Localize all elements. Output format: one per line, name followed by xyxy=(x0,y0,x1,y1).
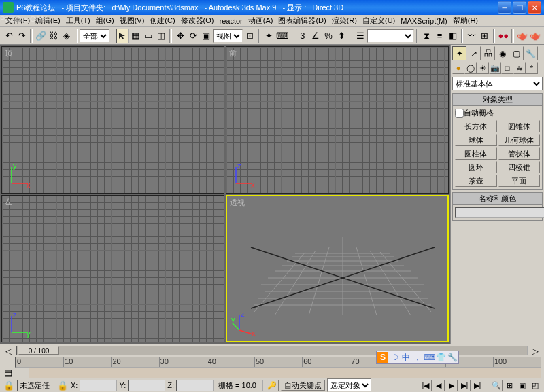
move-button[interactable]: ✥ xyxy=(174,29,186,43)
menu-help[interactable]: 帮助(H) xyxy=(450,16,481,26)
prev-frame-button[interactable]: ◀ xyxy=(432,380,445,391)
select-name-button[interactable]: ▦ xyxy=(129,29,141,43)
pivot-button[interactable]: ⊡ xyxy=(243,29,256,43)
subtab-lights[interactable]: ☀ xyxy=(477,62,489,74)
link-button[interactable]: 🔗 xyxy=(35,29,47,43)
zoom-extents-button[interactable]: ▣ xyxy=(516,380,528,391)
subtab-cameras[interactable]: 📷 xyxy=(489,62,501,74)
tab-display[interactable]: ▢ xyxy=(509,46,524,60)
window-crossing-button[interactable]: ◫ xyxy=(155,29,167,43)
menu-view[interactable]: 视图(V) xyxy=(117,16,148,26)
menu-tools[interactable]: 工具(T) xyxy=(63,16,93,26)
bind-button[interactable]: ◈ xyxy=(61,29,73,43)
manipulate-button[interactable]: ✦ xyxy=(262,29,275,43)
zoom-button[interactable]: 🔍 xyxy=(490,380,503,391)
maximize-button[interactable]: ❐ xyxy=(513,1,526,14)
ime-s-icon[interactable]: S xyxy=(377,352,388,363)
prim-torus[interactable]: 圆环 xyxy=(455,161,497,173)
play-button[interactable]: ▶ xyxy=(445,380,458,391)
x-input[interactable] xyxy=(80,380,117,391)
viewport-perspective[interactable]: 透视 zxy xyxy=(226,195,449,342)
named-sets-list[interactable] xyxy=(367,29,414,43)
ref-coord-system[interactable]: 视图 xyxy=(213,29,243,43)
trackbar-toggle-icon[interactable]: ▤ xyxy=(3,368,14,377)
autokey-button[interactable]: 自动关键点 xyxy=(281,380,325,391)
schematic-button[interactable]: ⊞ xyxy=(479,29,491,43)
spinner-snap-button[interactable]: ⬍ xyxy=(335,29,347,43)
curve-editor-button[interactable]: 〰 xyxy=(465,29,477,43)
rollout-header[interactable]: 对象类型 xyxy=(453,94,542,106)
unlink-button[interactable]: ⛓ xyxy=(48,29,60,43)
redo-button[interactable]: ↷ xyxy=(16,29,28,43)
quick-render-button[interactable]: 🫖 xyxy=(529,29,541,43)
viewport-left[interactable]: 左 zy xyxy=(1,195,224,342)
menu-modifier[interactable]: 修改器(O) xyxy=(178,16,217,26)
time-ruler[interactable]: 0 10 20 30 40 50 60 70 80 90 100 xyxy=(15,357,541,368)
select-button[interactable] xyxy=(116,29,129,43)
ime-toolbar[interactable]: S ☽ 中 , ⌨ 👕 🔧 xyxy=(376,351,459,364)
z-input[interactable] xyxy=(176,380,214,391)
scale-button[interactable]: ▣ xyxy=(200,29,212,43)
ime-keyboard-icon[interactable]: ⌨ xyxy=(424,352,435,363)
layer-button[interactable]: ◧ xyxy=(447,29,459,43)
subtab-spacewarps[interactable]: ≋ xyxy=(513,62,526,74)
named-sets-button[interactable]: ☰ xyxy=(354,29,367,43)
close-button[interactable]: ✕ xyxy=(528,1,541,14)
zoom-all-button[interactable]: ⊞ xyxy=(503,380,515,391)
zoom-region-button[interactable]: ◰ xyxy=(529,380,541,391)
prim-sphere[interactable]: 球体 xyxy=(455,134,497,146)
prim-box[interactable]: 长方体 xyxy=(455,120,497,132)
subtab-helpers[interactable]: □ xyxy=(501,62,513,74)
key-icon[interactable]: 🔑 xyxy=(265,380,279,391)
rollout-header[interactable]: 名称和颜色 xyxy=(453,193,542,205)
snap-button[interactable]: 3 xyxy=(296,29,309,43)
autogrid-checkbox[interactable] xyxy=(455,109,464,118)
menu-graph[interactable]: 图表编辑器(D) xyxy=(275,16,328,26)
prim-cone[interactable]: 圆锥体 xyxy=(498,120,541,132)
key-target-dropdown[interactable]: 选定对象 xyxy=(327,378,371,392)
prim-geosphere[interactable]: 几何球体 xyxy=(498,134,541,146)
render-scene-button[interactable]: 🫖 xyxy=(516,29,528,43)
viewport-top[interactable]: 顶 yx xyxy=(1,46,224,194)
time-slider-thumb[interactable]: 0 / 100 xyxy=(18,346,59,355)
ime-tool-icon[interactable]: 🔧 xyxy=(447,352,458,363)
prim-teapot[interactable]: 茶壶 xyxy=(455,175,497,187)
lock-selection-icon[interactable]: 🔒 xyxy=(56,378,69,392)
percent-snap-button[interactable]: % xyxy=(322,29,335,43)
y-input[interactable] xyxy=(128,380,165,391)
material-button[interactable]: ●● xyxy=(497,29,509,43)
keyboard-button[interactable]: ⌨ xyxy=(275,29,290,43)
goto-start-button[interactable]: |◀ xyxy=(420,380,432,391)
subtab-shapes[interactable]: ◯ xyxy=(464,62,477,74)
subtab-geometry[interactable]: ● xyxy=(452,62,464,74)
menu-customize[interactable]: 自定义(U) xyxy=(360,16,398,26)
geometry-type-dropdown[interactable]: 标准基本体 xyxy=(452,77,543,90)
selection-filter[interactable]: 全部 xyxy=(80,29,110,43)
align-button[interactable]: ≡ xyxy=(434,29,446,43)
menu-animation[interactable]: 动画(A) xyxy=(245,16,276,26)
viewport-front[interactable]: 前 zx xyxy=(226,46,449,194)
tab-motion[interactable]: ◉ xyxy=(495,46,509,60)
prim-pyramid[interactable]: 四棱锥 xyxy=(498,161,541,173)
ime-zh-icon[interactable]: 中 xyxy=(401,352,411,363)
menu-maxscript[interactable]: MAXScript(M) xyxy=(398,17,449,25)
prim-cylinder[interactable]: 圆柱体 xyxy=(455,147,497,160)
menu-file[interactable]: 文件(F) xyxy=(3,16,33,26)
ime-punct-icon[interactable]: , xyxy=(412,352,423,363)
angle-snap-button[interactable]: ∠ xyxy=(309,29,322,43)
tab-hierarchy[interactable]: 品 xyxy=(481,46,495,60)
time-next-icon[interactable]: ▷ xyxy=(529,346,541,355)
tab-create[interactable]: ✦ xyxy=(452,46,466,60)
ime-moon-icon[interactable]: ☽ xyxy=(389,352,400,363)
rotate-button[interactable]: ⟳ xyxy=(187,29,199,43)
tab-modify[interactable]: ↗ xyxy=(466,46,481,60)
trackbar[interactable] xyxy=(29,368,541,378)
menu-render[interactable]: 渲染(R) xyxy=(329,16,360,26)
lock-icon[interactable]: 🔒 xyxy=(3,378,15,392)
menu-group[interactable]: 组(G) xyxy=(93,16,117,26)
prim-plane[interactable]: 平面 xyxy=(498,175,541,187)
undo-button[interactable]: ↶ xyxy=(3,29,15,43)
minimize-button[interactable]: ─ xyxy=(498,1,511,14)
mirror-button[interactable]: ⧗ xyxy=(420,29,432,43)
time-prev-icon[interactable]: ◁ xyxy=(3,346,15,355)
